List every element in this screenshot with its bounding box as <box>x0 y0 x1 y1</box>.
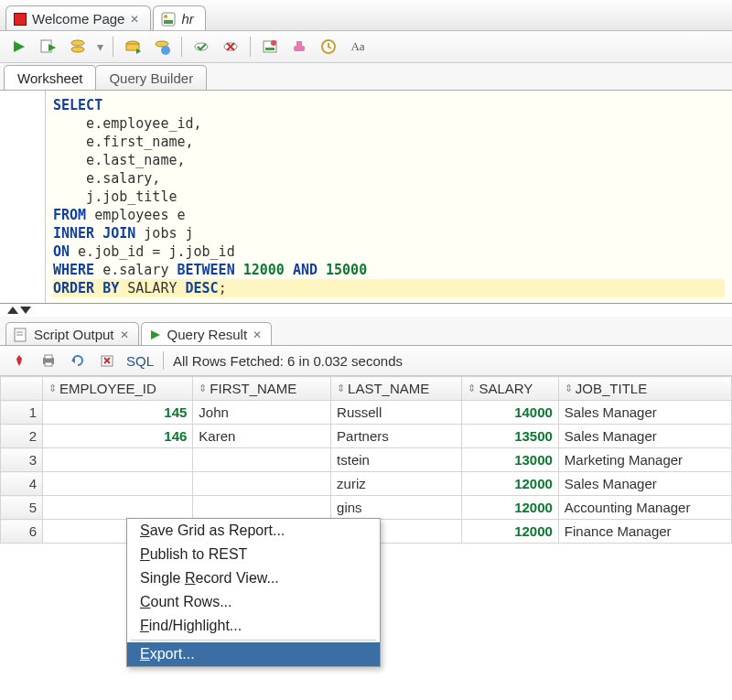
code: e.last_name, <box>53 152 186 168</box>
menu-single-record[interactable]: Single Record View... <box>127 566 380 590</box>
menu-count-rows[interactable]: Count Rows... <box>127 590 380 614</box>
close-icon[interactable]: ✕ <box>130 13 139 26</box>
tab-label: Script Output <box>34 327 114 342</box>
cell: zuriz <box>331 472 462 496</box>
cell <box>43 496 193 520</box>
case-button[interactable]: Aa <box>348 37 368 57</box>
top-tabs: Welcome Page ✕ hr <box>0 0 732 31</box>
explain-plan-button[interactable] <box>68 37 88 57</box>
kw: ORDER BY <box>53 280 119 296</box>
kw: INNER JOIN <box>53 225 135 242</box>
delete-button[interactable] <box>97 350 117 371</box>
sort-icon: ⇕ <box>468 382 476 394</box>
splitter-handles[interactable] <box>0 304 732 317</box>
history-button[interactable] <box>318 37 339 57</box>
svg-point-2 <box>164 15 167 18</box>
tab-query-builder[interactable]: Query Builder <box>95 65 207 90</box>
cell <box>43 472 193 496</box>
cell: Sales Manager <box>558 472 731 496</box>
separator <box>163 351 164 370</box>
col-job-title[interactable]: ⇕JOB_TITLE <box>558 377 731 401</box>
unshared-button[interactable] <box>221 37 241 57</box>
svg-rect-1 <box>164 20 173 24</box>
tab-worksheet[interactable]: Worksheet <box>4 65 96 90</box>
cell: Sales Manager <box>558 401 731 425</box>
sql-tuning-button[interactable] <box>260 37 280 57</box>
code <box>235 262 243 278</box>
run-script-button[interactable] <box>38 37 59 57</box>
script-icon <box>14 328 28 342</box>
cell <box>43 448 193 472</box>
kw: AND <box>285 262 326 278</box>
table-row[interactable]: 4zuriz12000Sales Manager <box>1 472 732 496</box>
col-label: EMPLOYEE_ID <box>59 381 156 396</box>
cell: 146 <box>43 425 193 448</box>
col-last-name[interactable]: ⇕LAST_NAME <box>331 377 462 401</box>
menu-label: ecord View... <box>195 570 278 586</box>
table-row[interactable]: 2146KarenPartners13500Sales Manager <box>1 425 732 448</box>
clear-button[interactable] <box>289 37 309 57</box>
cell: Karen <box>193 425 331 448</box>
pin-button[interactable] <box>9 350 29 371</box>
cell <box>193 472 331 496</box>
tab-query-result[interactable]: Query Result ✕ <box>141 322 273 345</box>
table-row[interactable]: 3tstein13000Marketing Manager <box>1 448 732 472</box>
col-employee-id[interactable]: ⇕EMPLOYEE_ID <box>43 377 193 401</box>
main-toolbar: ▾ Aa <box>0 31 732 63</box>
result-toolbar: SQL All Rows Fetched: 6 in 0.032 seconds <box>0 346 732 376</box>
separator <box>113 37 113 57</box>
close-icon[interactable]: ✕ <box>120 328 129 341</box>
triangle-down-icon[interactable] <box>20 307 31 314</box>
col-label: JOB_TITLE <box>576 381 647 396</box>
cell: 145 <box>43 401 193 425</box>
print-button[interactable] <box>38 350 59 371</box>
rownum-header <box>1 377 43 401</box>
code: j.job_title <box>53 188 177 205</box>
svg-marker-5 <box>48 44 56 51</box>
cell: John <box>193 401 331 425</box>
tab-label: Query Result <box>167 327 248 342</box>
editor-content[interactable]: SELECT e.employee_id, e.first_name, e.la… <box>46 91 732 303</box>
menu-publish-rest[interactable]: Publish to REST <box>127 543 380 566</box>
menu-underline: S <box>140 522 150 538</box>
run-button[interactable] <box>9 37 29 57</box>
code: e.salary <box>94 262 177 278</box>
tab-script-output[interactable]: Script Output ✕ <box>5 322 139 345</box>
refresh-button[interactable] <box>68 350 88 371</box>
menu-underline: R <box>185 570 196 586</box>
svg-point-7 <box>71 47 84 52</box>
commit-button[interactable] <box>152 37 172 57</box>
tab-label: Welcome Page <box>32 11 124 27</box>
rownum: 6 <box>1 520 43 544</box>
svg-rect-16 <box>265 48 274 50</box>
svg-marker-3 <box>14 41 25 52</box>
menu-find-highlight[interactable]: Find/Highlight... <box>127 614 380 626</box>
sql-link[interactable]: SQL <box>126 353 154 369</box>
table-row[interactable]: 5gins12000Accounting Manager <box>1 496 732 520</box>
cell: Marketing Manager <box>558 448 731 472</box>
cell <box>193 496 331 520</box>
editor-gutter <box>0 91 46 303</box>
sort-icon: ⇕ <box>337 382 345 394</box>
col-first-name[interactable]: ⇕FIRST_NAME <box>193 377 331 401</box>
menu-label: Single <box>140 570 185 586</box>
close-icon[interactable]: ✕ <box>253 328 262 341</box>
cell: gins <box>331 496 462 520</box>
svg-point-12 <box>161 46 170 55</box>
kw: FROM <box>53 207 86 223</box>
kw: SELECT <box>53 97 102 113</box>
cell: Finance Manager <box>558 520 731 544</box>
rollback-button[interactable] <box>191 37 211 57</box>
context-menu: Save Grid as Report... Publish to REST S… <box>126 518 381 626</box>
triangle-up-icon[interactable] <box>7 307 18 314</box>
menu-underline: P <box>140 546 150 562</box>
table-row[interactable]: 1145JohnRussell14000Sales Manager <box>1 401 732 425</box>
cell: Russell <box>331 401 462 425</box>
menu-save-grid[interactable]: Save Grid as Report... <box>127 519 380 543</box>
col-salary[interactable]: ⇕SALARY <box>462 377 558 401</box>
tab-welcome-page[interactable]: Welcome Page ✕ <box>5 5 151 30</box>
rownum: 1 <box>1 401 43 425</box>
tab-hr[interactable]: hr <box>153 5 205 30</box>
autotrace-button[interactable] <box>123 37 143 57</box>
code: ; <box>219 280 227 296</box>
